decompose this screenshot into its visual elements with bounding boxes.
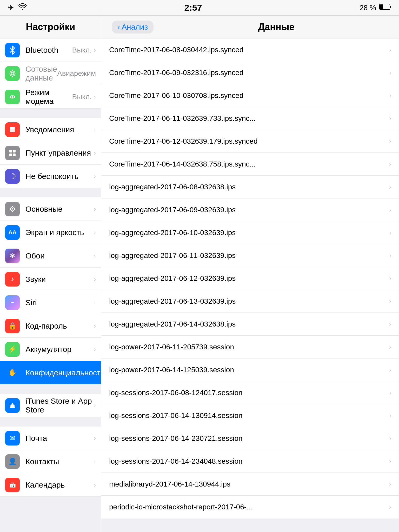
wallpaper-label: Обои bbox=[25, 251, 94, 260]
list-item[interactable]: CoreTime-2017-06-08-030442.ips.synced› bbox=[101, 38, 399, 61]
calendar-chevron-icon: › bbox=[94, 481, 96, 489]
do-not-disturb-icon: ☽ bbox=[5, 169, 20, 184]
sidebar-item-control-center[interactable]: Пункт управления › bbox=[0, 141, 101, 165]
list-item-label: log-aggregated-2017-06-11-032639.ips bbox=[109, 251, 387, 260]
list-item-chevron-icon: › bbox=[389, 321, 391, 328]
list-item-chevron-icon: › bbox=[389, 503, 391, 511]
list-item-chevron-icon: › bbox=[389, 138, 391, 145]
sidebar-item-calendar[interactable]: 📅 Календарь › bbox=[0, 473, 101, 497]
list-item-chevron-icon: › bbox=[389, 161, 391, 168]
hotspot-label: Режим модема bbox=[25, 88, 72, 106]
list-item[interactable]: log-power-2017-06-11-205739.session› bbox=[101, 336, 399, 358]
battery-chevron-icon: › bbox=[94, 346, 96, 353]
sounds-label: Звуки bbox=[25, 275, 94, 284]
list-item-chevron-icon: › bbox=[389, 206, 391, 214]
status-left-icons: ✈ bbox=[8, 3, 27, 12]
sidebar-item-general[interactable]: ⚙ Основные › bbox=[0, 197, 101, 221]
list-item[interactable]: log-aggregated-2017-06-08-032638.ips› bbox=[101, 176, 399, 198]
sidebar-item-sounds[interactable]: ♪ Звуки › bbox=[0, 268, 101, 291]
control-center-label: Пункт управления bbox=[25, 149, 94, 157]
sidebar-item-contacts[interactable]: 👤 Контакты › bbox=[0, 450, 101, 473]
list-item[interactable]: log-aggregated-2017-06-13-032639.ips› bbox=[101, 290, 399, 313]
list-item-label: log-aggregated-2017-06-14-032638.ips bbox=[109, 320, 387, 328]
sidebar-item-wallpaper[interactable]: ✾ Обои › bbox=[0, 244, 101, 268]
list-item-label: log-aggregated-2017-06-13-032639.ips bbox=[109, 297, 387, 305]
svg-rect-2 bbox=[380, 4, 383, 9]
list-item-chevron-icon: › bbox=[389, 412, 391, 419]
sidebar-item-notifications[interactable]: Уведомления › bbox=[0, 118, 101, 141]
general-icon: ⚙ bbox=[5, 202, 20, 216]
sidebar-item-bluetooth[interactable]: Bluetooth Выкл. › bbox=[0, 38, 101, 62]
sidebar-divider-4 bbox=[0, 417, 101, 427]
sidebar-group-stores: iTunes Store и App Store › bbox=[0, 394, 101, 417]
list-item[interactable]: log-aggregated-2017-06-12-032639.ips› bbox=[101, 267, 399, 290]
sidebar-item-passcode[interactable]: 🔒 Код-пароль › bbox=[0, 314, 101, 338]
nav-right-area: ‹ Анализ Данные bbox=[101, 16, 399, 38]
passcode-chevron-icon: › bbox=[94, 322, 96, 330]
wallpaper-chevron-icon: › bbox=[94, 252, 96, 260]
list-item[interactable]: log-aggregated-2017-06-11-032639.ips› bbox=[101, 244, 399, 267]
hotspot-value: Выкл. bbox=[72, 93, 92, 101]
list-item[interactable]: CoreTime-2017-06-10-030708.ips.synced› bbox=[101, 84, 399, 107]
list-item-chevron-icon: › bbox=[389, 69, 391, 76]
list-item[interactable]: CoreTime-2017-06-11-032639.733.ips.sync.… bbox=[101, 107, 399, 130]
svg-rect-10 bbox=[9, 150, 12, 152]
list-item-label: log-power-2017-06-11-205739.session bbox=[109, 343, 387, 351]
sidebar-item-siri[interactable]: ~ Siri › bbox=[0, 291, 101, 314]
hotspot-chevron-icon: › bbox=[94, 93, 96, 101]
list-item-label: CoreTime-2017-06-09-032316.ips.synced bbox=[109, 69, 387, 77]
sidebar-item-cellular[interactable]: Сотовые данные Авиарежим bbox=[0, 62, 101, 85]
list-item[interactable]: CoreTime-2017-06-14-032638.758.ips.sync.… bbox=[101, 153, 399, 176]
list-item-chevron-icon: › bbox=[389, 275, 391, 282]
list-item[interactable]: log-sessions-2017-06-14-234048.session› bbox=[101, 450, 399, 473]
list-item[interactable]: CoreTime-2017-06-12-032639.179.ips.synce… bbox=[101, 130, 399, 153]
contacts-label: Контакты bbox=[25, 457, 94, 466]
list-item-label: log-sessions-2017-06-14-234048.session bbox=[109, 457, 387, 466]
bluetooth-icon bbox=[5, 43, 20, 57]
list-item-label: medialibraryd-2017-06-14-130944.ips bbox=[109, 480, 387, 488]
list-item[interactable]: log-aggregated-2017-06-14-032638.ips› bbox=[101, 313, 399, 336]
wallpaper-icon: ✾ bbox=[5, 249, 20, 263]
list-item-label: log-aggregated-2017-06-10-032639.ips bbox=[109, 229, 387, 237]
control-center-icon bbox=[5, 146, 20, 160]
sidebar-item-appstore[interactable]: iTunes Store и App Store › bbox=[0, 394, 101, 417]
privacy-icon: ✋ bbox=[5, 365, 20, 380]
list-item[interactable]: log-sessions-2017-06-14-130914.session› bbox=[101, 404, 399, 427]
appstore-label: iTunes Store и App Store bbox=[25, 397, 94, 414]
battery-percent: 28 % bbox=[360, 4, 376, 12]
sidebar-item-privacy[interactable]: ✋ Конфиденциальность › bbox=[0, 361, 101, 384]
list-item-chevron-icon: › bbox=[389, 229, 391, 236]
list-item[interactable]: log-aggregated-2017-06-09-032639.ips› bbox=[101, 198, 399, 221]
list-item-chevron-icon: › bbox=[389, 366, 391, 374]
do-not-disturb-chevron-icon: › bbox=[94, 173, 96, 180]
list-item-chevron-icon: › bbox=[389, 435, 391, 442]
list-item[interactable]: periodic-io-microstackshot-report-2017-0… bbox=[101, 496, 399, 518]
list-item[interactable]: log-sessions-2017-06-08-124017.session› bbox=[101, 381, 399, 404]
list-item[interactable]: CoreTime-2017-06-09-032316.ips.synced› bbox=[101, 61, 399, 84]
sidebar-item-mail[interactable]: ✉ Почта › bbox=[0, 427, 101, 450]
list-item[interactable]: log-power-2017-06-14-125039.session› bbox=[101, 358, 399, 381]
list-item-chevron-icon: › bbox=[389, 298, 391, 305]
sidebar-item-display[interactable]: AA Экран и яркость › bbox=[0, 221, 101, 244]
airplane-icon: ✈ bbox=[8, 3, 14, 12]
sidebar-group-connectivity: Bluetooth Выкл. › Сотовые данные Авиареж… bbox=[0, 38, 101, 109]
sidebar-item-battery[interactable]: ⚡ Аккумулятор › bbox=[0, 338, 101, 361]
list-item[interactable]: medialibraryd-2017-06-14-130944.ips› bbox=[101, 473, 399, 496]
list-item-label: CoreTime-2017-06-14-032638.758.ips.sync.… bbox=[109, 160, 387, 168]
notifications-icon bbox=[5, 122, 20, 137]
general-label: Основные bbox=[25, 205, 94, 214]
list-item-chevron-icon: › bbox=[389, 115, 391, 122]
list-item[interactable]: log-aggregated-2017-06-10-032639.ips› bbox=[101, 221, 399, 244]
sidebar-item-do-not-disturb[interactable]: ☽ Не беспокоить › bbox=[0, 165, 101, 188]
bluetooth-chevron-icon: › bbox=[94, 46, 96, 54]
svg-rect-11 bbox=[13, 150, 16, 152]
back-button[interactable]: ‹ Анализ bbox=[112, 21, 154, 34]
back-button-label: Анализ bbox=[122, 23, 148, 31]
list-item[interactable]: log-sessions-2017-06-14-230721.session› bbox=[101, 427, 399, 450]
sidebar-item-hotspot[interactable]: Режим модема Выкл. › bbox=[0, 85, 101, 109]
sidebar-group-settings: ⚙ Основные › AA Экран и яркость › ✾ Обои… bbox=[0, 197, 101, 384]
appstore-icon bbox=[5, 398, 20, 413]
list-item-label: log-power-2017-06-14-125039.session bbox=[109, 366, 387, 374]
svg-point-3 bbox=[10, 71, 15, 76]
display-icon: AA bbox=[5, 225, 20, 240]
